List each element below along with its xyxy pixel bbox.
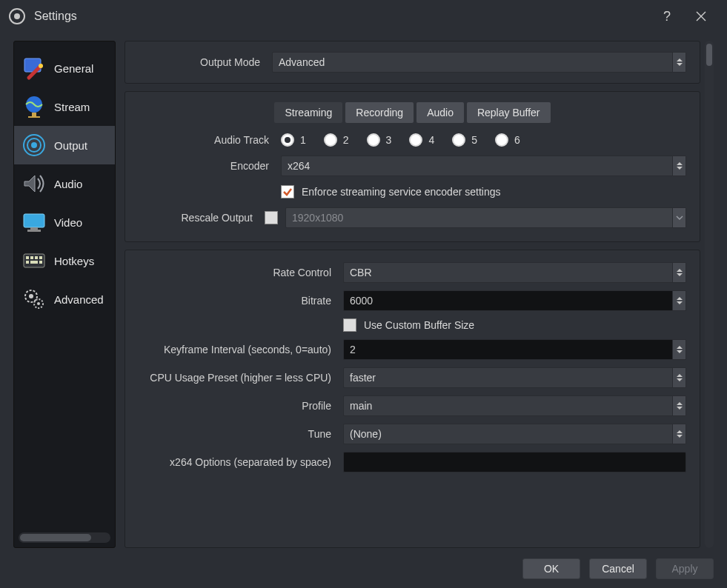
rescale-value: 1920x1080	[292, 212, 343, 224]
dropdown-handle-icon	[672, 368, 685, 387]
cpu-preset-value: faster	[350, 372, 376, 384]
rescale-dropdown: 1920x1080	[285, 207, 686, 228]
tune-label: Tune	[139, 428, 336, 440]
output-mode-dropdown[interactable]: Advanced	[272, 52, 686, 73]
tab-replay-buffer[interactable]: Replay Buffer	[467, 102, 551, 123]
sidebar-item-audio[interactable]: Audio	[14, 164, 115, 203]
output-icon	[21, 133, 47, 158]
ok-button[interactable]: OK	[522, 558, 580, 579]
sidebar-item-label: Video	[54, 216, 82, 229]
sidebar-item-video[interactable]: Video	[14, 203, 115, 241]
keyframe-input[interactable]: 2	[343, 339, 686, 360]
tune-dropdown[interactable]: (None)	[343, 424, 686, 444]
svg-point-5	[31, 142, 37, 148]
audio-track-1[interactable]: 1	[281, 133, 306, 147]
svg-rect-3	[32, 113, 36, 116]
audio-icon	[21, 171, 47, 196]
close-icon	[696, 11, 706, 21]
audio-track-radiogroup: 1 2 3 4 5 6	[281, 133, 520, 147]
radio-icon	[281, 133, 294, 147]
stream-icon	[21, 94, 47, 119]
tune-value: (None)	[350, 428, 382, 440]
profile-dropdown[interactable]: main	[343, 395, 686, 416]
sidebar-item-label: Audio	[54, 178, 82, 190]
svg-rect-4	[28, 116, 40, 118]
rescale-label: Rescale Output	[139, 212, 257, 224]
profile-value: main	[350, 400, 372, 412]
spinner-handle-icon	[672, 291, 685, 310]
keyframe-label: Keyframe Interval (seconds, 0=auto)	[139, 344, 336, 355]
audio-track-6[interactable]: 6	[495, 133, 520, 147]
enforce-label: Enforce streaming service encoder settin…	[302, 186, 500, 198]
svg-rect-10	[27, 230, 41, 232]
titlebar: Settings ?	[0, 0, 727, 33]
svg-rect-15	[39, 256, 42, 259]
custom-buffer-checkbox[interactable]	[343, 318, 356, 332]
bitrate-label: Bitrate	[139, 295, 336, 307]
output-mode-label: Output Mode	[139, 56, 265, 68]
svg-point-20	[29, 294, 33, 298]
radio-icon	[324, 133, 337, 147]
svg-rect-18	[39, 261, 42, 264]
svg-rect-17	[30, 261, 38, 264]
check-icon	[282, 187, 293, 197]
tab-recording[interactable]: Recording	[345, 102, 414, 123]
spinner-handle-icon	[672, 340, 685, 359]
cancel-button[interactable]: Cancel	[589, 558, 647, 579]
video-icon	[21, 210, 47, 235]
sidebar-item-general[interactable]: General	[14, 49, 115, 87]
dropdown-handle-icon	[672, 156, 685, 176]
sidebar-item-advanced[interactable]: Advanced	[14, 280, 115, 318]
rate-control-label: Rate Control	[139, 267, 336, 278]
advanced-icon	[21, 287, 47, 312]
svg-rect-8	[24, 214, 44, 227]
audio-track-5[interactable]: 5	[452, 133, 477, 147]
sidebar-item-hotkeys[interactable]: Hotkeys	[14, 241, 115, 280]
svg-rect-16	[26, 261, 29, 264]
dropdown-handle-icon	[672, 263, 685, 282]
sidebar-item-label: Hotkeys	[54, 255, 94, 267]
svg-rect-13	[30, 256, 33, 259]
encoder-dropdown[interactable]: x264	[281, 156, 686, 176]
radio-icon	[452, 133, 465, 147]
svg-rect-12	[26, 256, 29, 259]
help-button[interactable]: ?	[650, 0, 684, 33]
rescale-checkbox[interactable]	[265, 211, 278, 224]
general-icon	[21, 56, 47, 81]
svg-point-1	[39, 64, 43, 68]
dropdown-handle-icon	[672, 424, 685, 444]
tab-audio[interactable]: Audio	[416, 102, 464, 123]
custom-buffer-label: Use Custom Buffer Size	[364, 319, 474, 331]
encoder-value: x264	[288, 160, 310, 172]
sidebar-item-output[interactable]: Output	[14, 126, 115, 164]
rate-control-dropdown[interactable]: CBR	[343, 262, 686, 283]
main-vertical-scrollbar[interactable]	[705, 41, 714, 548]
dropdown-handle-icon	[672, 208, 685, 227]
sidebar-horizontal-scrollbar[interactable]	[19, 532, 110, 543]
svg-point-22	[37, 302, 40, 305]
enforce-checkbox[interactable]	[281, 185, 294, 198]
radio-icon	[409, 133, 422, 147]
rate-control-value: CBR	[350, 267, 372, 278]
audio-track-4[interactable]: 4	[409, 133, 434, 147]
output-mode-panel: Output Mode Advanced	[125, 41, 700, 84]
audio-track-3[interactable]: 3	[367, 133, 392, 147]
window-title: Settings	[34, 10, 77, 23]
tab-streaming[interactable]: Streaming	[274, 102, 342, 123]
tabs-panel: Streaming Recording Audio Replay Buffer …	[125, 91, 700, 242]
cpu-preset-dropdown[interactable]: faster	[343, 367, 686, 388]
sidebar-item-stream[interactable]: Stream	[14, 87, 115, 126]
svg-rect-9	[30, 227, 38, 230]
main-panel: Output Mode Advanced Streaming Recording…	[125, 41, 714, 548]
radio-icon	[495, 133, 508, 147]
audio-track-label: Audio Track	[139, 134, 273, 146]
keyframe-value: 2	[350, 344, 356, 355]
x264-opts-input[interactable]	[343, 452, 686, 472]
obs-app-icon	[9, 8, 25, 24]
bitrate-input[interactable]: 6000	[343, 290, 686, 311]
audio-track-2[interactable]: 2	[324, 133, 349, 147]
close-button[interactable]	[684, 0, 718, 33]
output-mode-value: Advanced	[279, 56, 325, 68]
apply-button: Apply	[656, 558, 714, 579]
sidebar: General Stream	[13, 41, 116, 548]
